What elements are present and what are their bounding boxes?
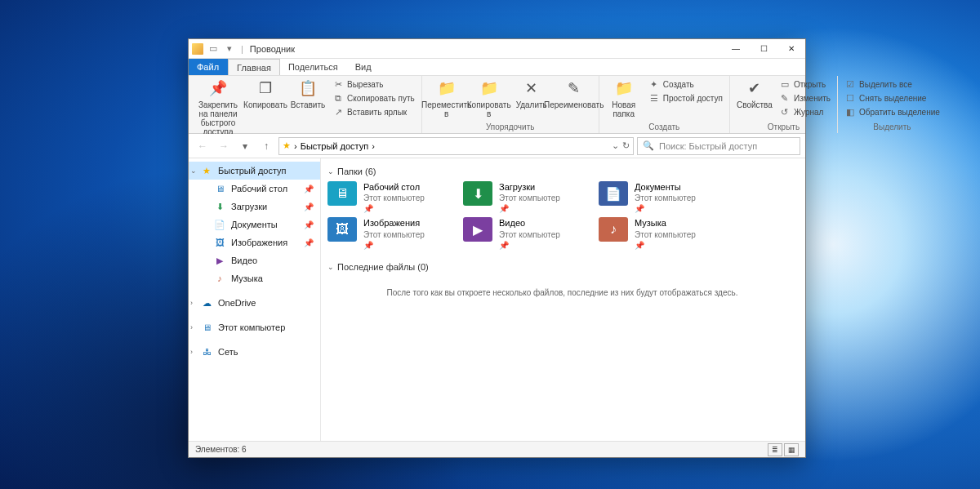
properties-button[interactable]: ✔Свойства [735,78,774,109]
tab-share[interactable]: Поделиться [280,59,347,75]
address-refresh-icon[interactable]: ↻ [622,140,630,151]
recent-group-header[interactable]: ⌄Последние файлы (0) [327,262,797,272]
pasteshortcut-icon: ↗ [332,106,344,118]
maximize-button[interactable]: ☐ [750,39,777,58]
newfolder-button[interactable]: 📁Новая папка [604,78,644,118]
tab-file[interactable]: Файл [189,59,228,75]
folder-subtitle: Этот компьютер [635,229,719,240]
explorer-window: ▭ ▾ | Проводник — ☐ ✕ Файл Главная Подел… [188,38,806,458]
easyaccess-button[interactable]: ☰Простой доступ [647,91,724,104]
breadcrumb-current[interactable]: Быстрый доступ [301,141,369,151]
history-button[interactable]: ↺Журнал [777,105,832,118]
history-label: Журнал [794,108,824,117]
selectnone-icon: ☐ [844,92,856,104]
folder-item[interactable]: ⬇ЗагрузкиЭтот компьютер📌 [463,181,584,214]
minimize-button[interactable]: — [722,39,750,58]
folder-item[interactable]: 🖼ИзображенияЭтот компьютер📌 [327,217,448,250]
qat-properties-icon[interactable]: ▭ [207,42,220,56]
sidebar-item-label: Музыка [231,273,263,283]
folders-group-header[interactable]: ⌄Папки (6) [327,167,797,176]
sidebar-item-label: Документы [231,220,278,229]
close-button[interactable]: ✕ [777,39,805,58]
rename-button[interactable]: ✎Переименовать [555,78,594,109]
search-input[interactable]: 🔍 Поиск: Быстрый доступ [637,137,800,155]
nav-recent-dropdown[interactable]: ▾ [236,137,254,155]
folder-pin-indicator: 📌 [363,240,448,251]
invert-button[interactable]: ◧Обратить выделение [843,105,942,118]
sidebar-item-label: Этот компьютер [218,322,285,332]
ribbon-group-select: ☑Выделить все ☐Снять выделение ◧Обратить… [838,76,947,133]
cut-label: Вырезать [347,80,383,89]
chevron-right-icon[interactable]: › [190,348,193,356]
nav-forward-button[interactable]: → [215,137,233,155]
easyaccess-icon: ☰ [648,92,660,104]
folder-subtitle: Этот компьютер [499,193,584,203]
create-button[interactable]: ✦Создать [647,78,724,91]
properties-icon: ✔ [745,79,764,99]
copypath-button[interactable]: ⧉Скопировать путь [331,91,416,104]
sidebar-item-downloads[interactable]: ⬇Загрузки📌 [189,198,320,216]
folder-icon: ♪ [599,217,628,242]
folder-item[interactable]: ♪МузыкаЭтот компьютер📌 [599,217,719,250]
titlebar: ▭ ▾ | Проводник — ☐ ✕ [189,39,805,59]
pasteshortcut-button[interactable]: ↗Вставить ярлык [331,105,416,118]
content-area: ⌄ ★ Быстрый доступ 🖥Рабочий стол📌 ⬇Загру… [189,158,805,441]
open-button[interactable]: ▭Открыть [777,78,832,91]
sidebar-item-videos[interactable]: ▶Видео [189,251,320,269]
qat-newfolder-icon[interactable]: ▾ [223,42,236,56]
sidebar-item-thispc[interactable]: ›🖥Этот компьютер [189,318,320,336]
onedrive-icon: ☁ [200,296,213,309]
chevron-down-icon[interactable]: ⌄ [190,167,197,175]
tab-home[interactable]: Главная [228,59,280,75]
star-icon: ★ [200,164,213,177]
chevron-right-icon[interactable]: › [190,323,193,331]
folder-subtitle: Этот компьютер [363,229,448,240]
sidebar-item-network[interactable]: ›🖧Сеть [189,343,320,361]
folder-name: Видео [499,217,584,229]
folder-name: Музыка [635,217,719,229]
view-icons-button[interactable]: ▦ [784,443,799,456]
paste-button[interactable]: 📋Вставить [288,78,327,109]
sidebar-item-music[interactable]: ♪Музыка [189,269,320,287]
nav-back-button[interactable]: ← [194,137,212,155]
search-placeholder: Поиск: Быстрый доступ [659,141,757,151]
selectnone-button[interactable]: ☐Снять выделение [843,91,942,104]
pin-quickaccess-button[interactable]: 📌Закрепить на панели быстрого доступа [194,78,243,136]
folder-item[interactable]: 🖥Рабочий столЭтот компьютер📌 [327,181,448,214]
pin-icon: 📌 [304,238,314,247]
sidebar-quickaccess-label: Быстрый доступ [218,166,287,176]
status-bar: Элементов: 6 ≣ ▦ [189,441,805,457]
selectall-button[interactable]: ☑Выделить все [843,78,942,91]
new-group-label: Создать [604,122,724,131]
copy-button[interactable]: ❐Копировать [246,78,285,109]
copyto-button[interactable]: 📁Копировать в [470,78,509,118]
folder-item[interactable]: ▶ВидеоЭтот компьютер📌 [463,217,584,250]
pin-icon: 📌 [304,202,314,211]
open-label: Открыть [794,80,826,89]
folder-name: Документы [635,181,719,193]
ribbon-group-open: ✔Свойства ▭Открыть ✎Изменить ↺Журнал Отк… [730,76,838,133]
moveto-button[interactable]: 📁Переместить в [427,78,466,118]
history-icon: ↺ [779,106,791,118]
address-bar[interactable]: ★ › Быстрый доступ › ⌄↻ [278,137,634,155]
sidebar-item-documents[interactable]: 📄Документы📌 [189,216,320,233]
chevron-right-icon[interactable]: › [190,299,193,307]
sidebar-item-onedrive[interactable]: ›☁OneDrive [189,294,320,312]
tab-view[interactable]: Вид [347,59,381,75]
folder-pin-indicator: 📌 [363,203,448,214]
view-details-button[interactable]: ≣ [768,443,782,456]
selectall-label: Выделить все [859,80,912,89]
sidebar-item-quickaccess[interactable]: ⌄ ★ Быстрый доступ [189,162,320,180]
search-icon: 🔍 [643,140,654,151]
address-dropdown-icon[interactable]: ⌄ [612,140,619,151]
cut-button[interactable]: ✂Вырезать [331,78,416,91]
sidebar-item-pictures[interactable]: 🖼Изображения📌 [189,233,320,251]
edit-button[interactable]: ✎Изменить [777,91,832,104]
nav-up-button[interactable]: ↑ [257,137,275,155]
folder-pin-indicator: 📌 [635,240,719,251]
folder-item[interactable]: 📄ДокументыЭтот компьютер📌 [599,181,719,214]
sidebar-item-desktop[interactable]: 🖥Рабочий стол📌 [189,180,320,198]
network-icon: 🖧 [200,345,213,358]
copypath-label: Скопировать путь [347,94,415,103]
folder-icon: 🖼 [327,217,357,242]
